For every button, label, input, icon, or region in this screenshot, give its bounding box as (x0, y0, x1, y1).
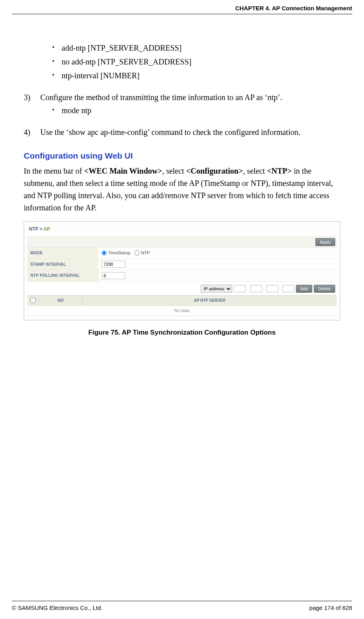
radio-label: TimeStamp (108, 250, 130, 256)
page-number: page 174 of 628 (309, 604, 352, 611)
step-4: 4) Use the ‘show apc ap-time-config’ com… (24, 126, 340, 138)
breadcrumb-sep: > (40, 226, 42, 232)
step-text: Use the ‘show apc ap-time-config’ comman… (40, 126, 340, 138)
ui-ref: <WEC Main Window> (84, 167, 162, 175)
radio-timestamp[interactable] (102, 250, 107, 256)
command-list: add-ntp [NTP_SERVER_ADDRESS] no add-ntp … (24, 42, 340, 82)
dot: . (247, 285, 248, 292)
text: , select (162, 167, 186, 175)
ip-octet-4[interactable] (283, 285, 294, 292)
select-all-checkbox[interactable] (30, 298, 36, 303)
column-no: NO (39, 295, 83, 306)
page-header: CHAPTER 4. AP Connection Management (12, 5, 352, 14)
apply-button[interactable]: Apply (315, 238, 335, 246)
step-number: 3) (24, 91, 40, 104)
text: In the menu bar of (24, 167, 84, 175)
ntp-server-table-head: NO AP NTP SERVER (27, 295, 337, 306)
dot: . (280, 285, 281, 292)
ntp-config-panel: NTP > AP Apply MODE TimeStamp (24, 221, 340, 321)
mode-ntp-option[interactable]: NTP (134, 250, 150, 256)
ntp-polling-label: NTP POLLING INTERVAL (27, 270, 98, 281)
section-heading: Configuration using Web UI (24, 150, 340, 163)
add-button[interactable]: Add (296, 285, 313, 293)
mode-timestamp-option[interactable]: TimeStamp (102, 250, 130, 256)
step-text: Configure the method of transmitting the… (40, 91, 340, 104)
column-server: AP NTP SERVER (83, 295, 337, 306)
ip-type-select[interactable]: IP address (201, 285, 232, 293)
list-item: add-ntp [NTP_SERVER_ADDRESS] (52, 42, 340, 54)
ui-ref: <NTP> (267, 167, 292, 175)
ntp-polling-input[interactable] (102, 272, 125, 279)
step-3-sub: mode ntp (24, 104, 340, 117)
breadcrumb: NTP > AP (27, 225, 337, 237)
step-3: 3) Configure the method of transmitting … (24, 91, 340, 104)
text: , select (243, 167, 267, 175)
list-item: ntp-interval [NUMBER] (52, 70, 340, 82)
stamp-interval-label: STAMP INTERVAL (27, 259, 98, 270)
list-item: mode ntp (52, 104, 340, 117)
dot: . (264, 285, 265, 292)
breadcrumb-leaf: AP (43, 226, 50, 232)
figure-caption: Figure 75. AP Time Synchronization Confi… (24, 327, 340, 338)
stamp-interval-input[interactable] (102, 261, 125, 268)
table-divider (27, 316, 337, 316)
radio-ntp[interactable] (134, 250, 140, 256)
ui-ref: <Configuration> (186, 167, 243, 175)
ip-octet-1[interactable] (234, 285, 245, 292)
chapter-title: CHAPTER 4. AP Connection Management (235, 5, 352, 11)
no-data-text: No data (27, 306, 337, 315)
delete-button[interactable]: Delete (314, 285, 335, 293)
mode-label: MODE (27, 248, 98, 259)
page-footer: © SAMSUNG Electronics Co., Ltd. page 174… (12, 601, 352, 611)
step-number: 4) (24, 126, 40, 138)
ip-octet-3[interactable] (266, 285, 278, 292)
radio-label: NTP (141, 250, 150, 256)
ip-octet-2[interactable] (250, 285, 262, 292)
list-item: no add-ntp [NTP_SERVER_ADDRESS] (52, 56, 340, 68)
copyright: © SAMSUNG Electronics Co., Ltd. (12, 604, 102, 611)
section-paragraph: In the menu bar of <WEC Main Window>, se… (24, 165, 340, 214)
breadcrumb-root: NTP (29, 226, 38, 232)
